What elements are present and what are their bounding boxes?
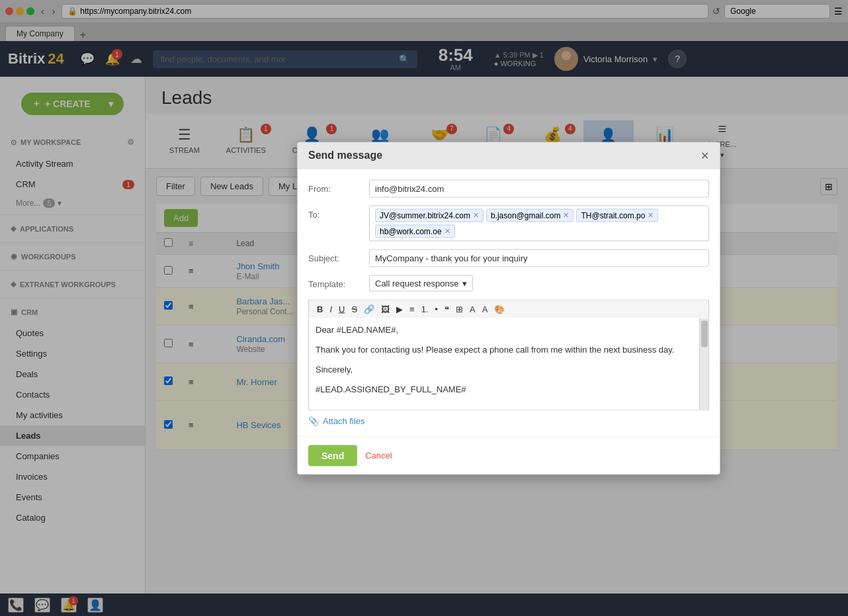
italic-button[interactable]: I [327,302,335,315]
underline-button[interactable]: U [336,302,347,315]
editor-area[interactable]: Dear #LEAD.NAME#, Thank you for contacti… [308,318,709,410]
to-label: To: [308,205,361,219]
send-message-modal: Send message ✕ From: To: JV@summer.bitri… [297,142,720,474]
attach-icon: 📎 [308,416,319,425]
editor-section: B I U S 🔗 🖼 ▶ ≡ 1. • ❝ ⊞ A A 🎨 Dear #LE [308,299,709,410]
editor-line-2 [316,334,691,344]
editor-line-3: Thank you for contacting us! Please expe… [316,344,691,354]
email-tag-2: b.jason@gmail.com ✕ [486,208,574,222]
modal-title: Send message [308,150,382,161]
email-tag-4: hb@work.com.oe ✕ [375,224,455,238]
subject-row: Subject: [308,249,709,267]
send-button[interactable]: Send [308,445,357,466]
editor-scroll-thumb [701,320,708,347]
template-dropdown-icon: ▾ [462,278,467,288]
font-color-button[interactable]: A [480,302,491,315]
bg-color-button[interactable]: 🎨 [491,302,507,315]
cancel-link[interactable]: Cancel [365,451,392,461]
editor-line-1: Dear #LEAD.NAME#, [316,324,691,334]
modal-header: Send message ✕ [298,142,720,169]
font-size-button[interactable]: A [467,302,478,315]
modal-body: From: To: JV@summer.bitrix24.com ✕ b.jas… [298,169,720,436]
quote-button[interactable]: ❝ [442,302,452,315]
link-button[interactable]: 🔗 [361,302,377,315]
email-tag-1-text: JV@summer.bitrix24.com [380,210,470,220]
template-select[interactable]: Call request response ▾ [369,275,473,291]
email-tag-3-text: TH@strait.com.po [581,210,645,220]
template-label: Template: [308,275,361,288]
template-row: Template: Call request response ▾ [308,275,709,291]
template-value: Call request response [375,278,458,288]
email-tag-2-text: b.jason@gmail.com [491,210,561,220]
email-tag-3-close[interactable]: ✕ [648,211,654,220]
to-field[interactable]: JV@summer.bitrix24.com ✕ b.jason@gmail.c… [369,205,709,241]
ol-button[interactable]: 1. [419,302,431,315]
subject-input[interactable] [369,249,709,267]
modal-footer: Send Cancel [298,436,720,474]
attach-label: Attach files [323,416,365,425]
editor-line-7: #LEAD.ASSIGNED_BY_FULL_NAME# [316,384,691,394]
bold-button[interactable]: B [314,302,325,315]
email-tag-1-close[interactable]: ✕ [473,211,479,220]
video-button[interactable]: ▶ [394,302,405,315]
attach-files-link[interactable]: 📎 Attach files [308,416,709,425]
editor-line-6 [316,374,691,384]
table-editor-button[interactable]: ⊞ [453,302,466,315]
editor-toolbar: B I U S 🔗 🖼 ▶ ≡ 1. • ❝ ⊞ A A 🎨 [308,299,709,318]
align-left-button[interactable]: ≡ [407,302,417,315]
editor-line-4 [316,354,691,364]
email-tag-4-text: hb@work.com.oe [380,226,442,236]
from-input[interactable] [369,179,709,197]
attach-row: 📎 Attach files [308,416,709,425]
editor-scrollbar[interactable] [699,318,708,410]
ul-button[interactable]: • [433,302,441,315]
strikethrough-button[interactable]: S [349,302,360,315]
from-label: From: [308,179,361,193]
editor-content: Dear #LEAD.NAME#, Thank you for contacti… [316,324,702,394]
email-tag-2-close[interactable]: ✕ [563,211,569,220]
to-row: To: JV@summer.bitrix24.com ✕ b.jason@gma… [308,205,709,241]
subject-label: Subject: [308,249,361,263]
editor-line-5: Sincerely, [316,364,691,374]
email-tag-4-close[interactable]: ✕ [445,227,450,236]
from-row: From: [308,179,709,197]
email-tag-3: TH@strait.com.po ✕ [576,208,658,222]
modal-close-button[interactable]: ✕ [700,149,709,161]
image-button[interactable]: 🖼 [378,302,392,315]
editor-wrapper: Dear #LEAD.NAME#, Thank you for contacti… [308,318,709,410]
email-tag-1: JV@summer.bitrix24.com ✕ [375,208,484,222]
